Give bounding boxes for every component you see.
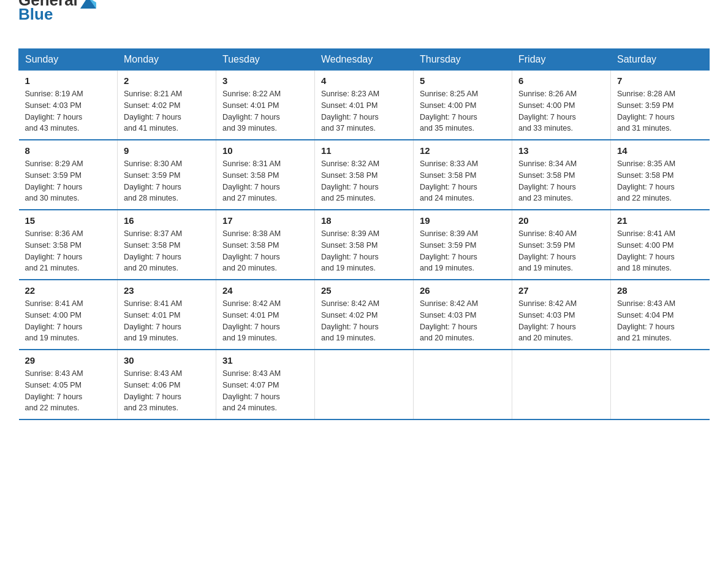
day-info: Sunrise: 8:43 AMSunset: 4:05 PMDaylight:…	[25, 368, 112, 414]
day-number: 21	[617, 215, 703, 226]
calendar-day-cell: 20Sunrise: 8:40 AMSunset: 3:59 PMDayligh…	[512, 210, 611, 280]
logo-triangle-icon	[78, 0, 97, 10]
calendar-day-cell: 21Sunrise: 8:41 AMSunset: 4:00 PMDayligh…	[611, 210, 710, 280]
day-number: 7	[617, 75, 703, 86]
day-number: 10	[222, 145, 308, 156]
calendar-day-cell: 24Sunrise: 8:42 AMSunset: 4:01 PMDayligh…	[216, 280, 315, 350]
calendar-day-cell: 6Sunrise: 8:26 AMSunset: 4:00 PMDaylight…	[512, 71, 611, 140]
day-number: 28	[617, 285, 703, 296]
day-number: 3	[222, 75, 308, 86]
day-number: 22	[25, 285, 112, 296]
day-number: 23	[124, 285, 210, 296]
day-number: 24	[222, 285, 308, 296]
day-of-week-header: Tuesday	[216, 49, 315, 71]
calendar-day-cell: 15Sunrise: 8:36 AMSunset: 3:58 PMDayligh…	[19, 210, 118, 280]
day-info: Sunrise: 8:41 AMSunset: 4:00 PMDaylight:…	[617, 228, 703, 274]
day-of-week-header: Monday	[118, 49, 216, 71]
calendar-day-cell	[512, 350, 611, 419]
day-number: 18	[321, 215, 407, 226]
calendar-day-cell: 5Sunrise: 8:25 AMSunset: 4:00 PMDaylight…	[414, 71, 512, 140]
day-info: Sunrise: 8:39 AMSunset: 3:58 PMDaylight:…	[321, 228, 407, 274]
day-info: Sunrise: 8:42 AMSunset: 4:03 PMDaylight:…	[518, 298, 604, 344]
calendar-week-row: 22Sunrise: 8:41 AMSunset: 4:00 PMDayligh…	[19, 280, 710, 350]
day-of-week-header: Saturday	[611, 49, 710, 71]
day-info: Sunrise: 8:38 AMSunset: 3:58 PMDaylight:…	[222, 228, 308, 274]
calendar-day-cell: 26Sunrise: 8:42 AMSunset: 4:03 PMDayligh…	[414, 280, 512, 350]
calendar-day-cell: 27Sunrise: 8:42 AMSunset: 4:03 PMDayligh…	[512, 280, 611, 350]
calendar-week-row: 8Sunrise: 8:29 AMSunset: 3:59 PMDaylight…	[19, 140, 710, 210]
day-info: Sunrise: 8:43 AMSunset: 4:04 PMDaylight:…	[617, 298, 703, 344]
day-info: Sunrise: 8:43 AMSunset: 4:07 PMDaylight:…	[222, 368, 308, 414]
day-number: 5	[420, 75, 506, 86]
day-number: 15	[25, 215, 112, 226]
calendar-day-cell: 23Sunrise: 8:41 AMSunset: 4:01 PMDayligh…	[118, 280, 216, 350]
calendar-day-cell	[414, 350, 512, 419]
day-info: Sunrise: 8:42 AMSunset: 4:03 PMDaylight:…	[420, 298, 506, 344]
day-info: Sunrise: 8:33 AMSunset: 3:58 PMDaylight:…	[420, 158, 506, 204]
day-info: Sunrise: 8:41 AMSunset: 4:01 PMDaylight:…	[124, 298, 210, 344]
calendar-day-cell: 14Sunrise: 8:35 AMSunset: 3:58 PMDayligh…	[611, 140, 710, 210]
day-info: Sunrise: 8:34 AMSunset: 3:58 PMDaylight:…	[518, 158, 604, 204]
day-info: Sunrise: 8:36 AMSunset: 3:58 PMDaylight:…	[25, 228, 112, 274]
calendar-day-cell: 25Sunrise: 8:42 AMSunset: 4:02 PMDayligh…	[315, 280, 414, 350]
calendar-day-cell: 31Sunrise: 8:43 AMSunset: 4:07 PMDayligh…	[216, 350, 315, 419]
logo-blue: Blue	[18, 5, 710, 24]
day-of-week-header: Wednesday	[315, 49, 414, 71]
day-info: Sunrise: 8:41 AMSunset: 4:00 PMDaylight:…	[25, 298, 112, 344]
calendar-day-cell: 7Sunrise: 8:28 AMSunset: 3:59 PMDaylight…	[611, 71, 710, 140]
day-info: Sunrise: 8:37 AMSunset: 3:58 PMDaylight:…	[124, 228, 210, 274]
day-number: 14	[617, 145, 703, 156]
day-info: Sunrise: 8:42 AMSunset: 4:01 PMDaylight:…	[222, 298, 308, 344]
day-of-week-header: Thursday	[414, 49, 512, 71]
calendar-day-cell: 30Sunrise: 8:43 AMSunset: 4:06 PMDayligh…	[118, 350, 216, 419]
day-info: Sunrise: 8:39 AMSunset: 3:59 PMDaylight:…	[420, 228, 506, 274]
calendar-day-cell: 28Sunrise: 8:43 AMSunset: 4:04 PMDayligh…	[611, 280, 710, 350]
calendar-day-cell: 1Sunrise: 8:19 AMSunset: 4:03 PMDaylight…	[19, 71, 118, 140]
day-number: 19	[420, 215, 506, 226]
calendar-day-cell: 12Sunrise: 8:33 AMSunset: 3:58 PMDayligh…	[414, 140, 512, 210]
day-number: 17	[222, 215, 308, 226]
day-number: 25	[321, 285, 407, 296]
day-number: 1	[25, 75, 112, 86]
calendar-day-cell: 16Sunrise: 8:37 AMSunset: 3:58 PMDayligh…	[118, 210, 216, 280]
calendar-day-cell: 4Sunrise: 8:23 AMSunset: 4:01 PMDaylight…	[315, 71, 414, 140]
day-number: 4	[321, 75, 407, 86]
calendar-day-cell	[611, 350, 710, 419]
day-info: Sunrise: 8:31 AMSunset: 3:58 PMDaylight:…	[222, 158, 308, 204]
day-number: 16	[124, 215, 210, 226]
day-info: Sunrise: 8:29 AMSunset: 3:59 PMDaylight:…	[25, 158, 112, 204]
calendar-week-row: 15Sunrise: 8:36 AMSunset: 3:58 PMDayligh…	[19, 210, 710, 280]
day-of-week-header: Friday	[512, 49, 611, 71]
day-number: 6	[518, 75, 604, 86]
calendar-day-cell	[315, 350, 414, 419]
calendar-week-row: 1Sunrise: 8:19 AMSunset: 4:03 PMDaylight…	[19, 71, 710, 140]
day-info: Sunrise: 8:19 AMSunset: 4:03 PMDaylight:…	[25, 88, 112, 134]
day-number: 26	[420, 285, 506, 296]
day-info: Sunrise: 8:30 AMSunset: 3:59 PMDaylight:…	[124, 158, 210, 204]
calendar-day-cell: 17Sunrise: 8:38 AMSunset: 3:58 PMDayligh…	[216, 210, 315, 280]
day-info: Sunrise: 8:25 AMSunset: 4:00 PMDaylight:…	[420, 88, 506, 134]
calendar-table: SundayMondayTuesdayWednesdayThursdayFrid…	[18, 48, 710, 420]
day-info: Sunrise: 8:35 AMSunset: 3:58 PMDaylight:…	[617, 158, 703, 204]
day-number: 30	[124, 355, 210, 366]
day-number: 2	[124, 75, 210, 86]
day-info: Sunrise: 8:43 AMSunset: 4:06 PMDaylight:…	[124, 368, 210, 414]
calendar-day-cell: 19Sunrise: 8:39 AMSunset: 3:59 PMDayligh…	[414, 210, 512, 280]
day-info: Sunrise: 8:42 AMSunset: 4:02 PMDaylight:…	[321, 298, 407, 344]
calendar-day-cell: 3Sunrise: 8:22 AMSunset: 4:01 PMDaylight…	[216, 71, 315, 140]
day-info: Sunrise: 8:21 AMSunset: 4:02 PMDaylight:…	[124, 88, 210, 134]
day-number: 20	[518, 215, 604, 226]
calendar-day-cell: 9Sunrise: 8:30 AMSunset: 3:59 PMDaylight…	[118, 140, 216, 210]
day-number: 31	[222, 355, 308, 366]
calendar-week-row: 29Sunrise: 8:43 AMSunset: 4:05 PMDayligh…	[19, 350, 710, 419]
day-info: Sunrise: 8:40 AMSunset: 3:59 PMDaylight:…	[518, 228, 604, 274]
calendar-header-row: SundayMondayTuesdayWednesdayThursdayFrid…	[19, 49, 710, 71]
calendar-day-cell: 2Sunrise: 8:21 AMSunset: 4:02 PMDaylight…	[118, 71, 216, 140]
day-of-week-header: Sunday	[19, 49, 118, 71]
day-number: 29	[25, 355, 112, 366]
day-info: Sunrise: 8:32 AMSunset: 3:58 PMDaylight:…	[321, 158, 407, 204]
day-number: 27	[518, 285, 604, 296]
calendar-day-cell: 8Sunrise: 8:29 AMSunset: 3:59 PMDaylight…	[19, 140, 118, 210]
calendar-day-cell: 11Sunrise: 8:32 AMSunset: 3:58 PMDayligh…	[315, 140, 414, 210]
calendar-day-cell: 13Sunrise: 8:34 AMSunset: 3:58 PMDayligh…	[512, 140, 611, 210]
